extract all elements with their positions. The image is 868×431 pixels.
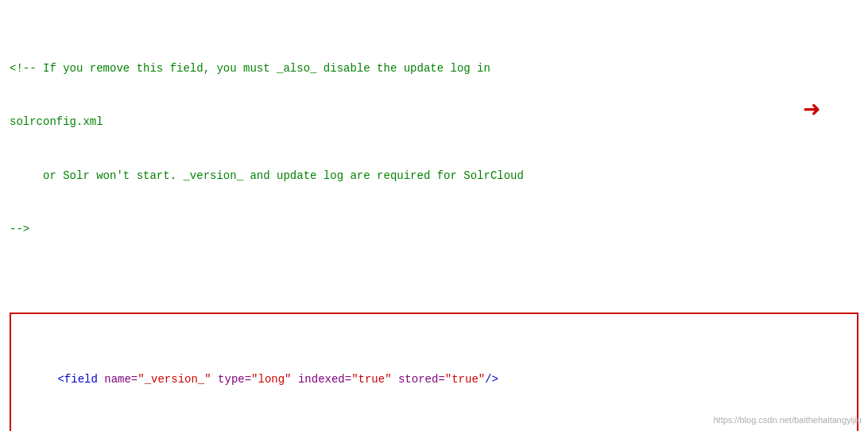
comment-line-1: <!-- If you remove this field, you must …	[10, 60, 858, 77]
red-arrow: ➜	[803, 89, 820, 135]
code-block: <!-- If you remove this field, you must …	[0, 0, 868, 431]
watermark: https://blog.csdn.net/baithehaitangyijiu	[713, 414, 862, 428]
comment-line-4: -->	[10, 220, 858, 238]
comment-line-2: solrconfig.xml	[10, 113, 858, 130]
comment-line-3: or Solr won't start. _version_ and updat…	[10, 167, 858, 184]
field-version-line: <field name="_version_" type="long" inde…	[17, 352, 851, 406]
